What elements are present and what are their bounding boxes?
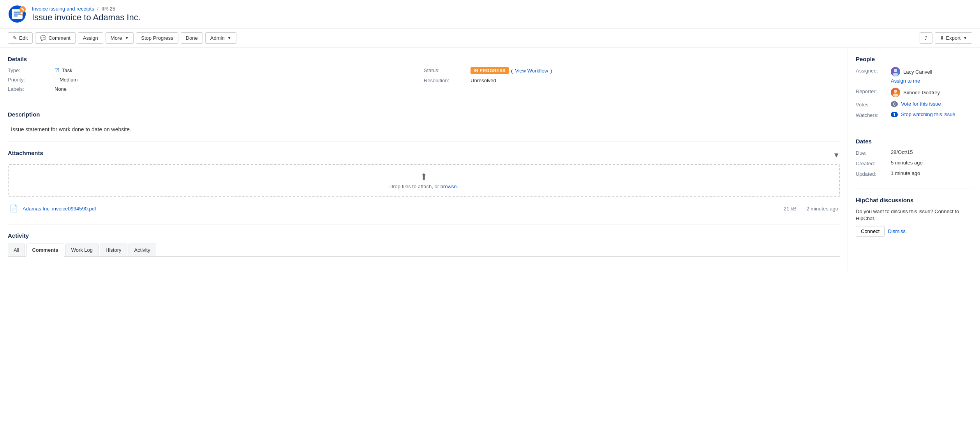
labels-label: Labels: (8, 86, 55, 92)
edit-button[interactable]: ✎ Edit (8, 32, 33, 44)
breadcrumb: Invoice issuing and receipts / IIR-25 (32, 6, 141, 12)
due-value: 28/Oct/15 (891, 149, 972, 156)
dismiss-link[interactable]: Dismiss (888, 228, 906, 234)
created-row: Created: 5 minutes ago (856, 160, 972, 166)
connect-button[interactable]: Connect (856, 226, 885, 237)
type-label: Type: (8, 67, 55, 73)
view-workflow-link[interactable]: View Workflow (515, 68, 548, 74)
share-icon: ⤴ (925, 35, 927, 41)
description-text: Issue statement for work done to date on… (8, 122, 840, 134)
export-button[interactable]: ⬇ Export ▼ (935, 32, 972, 44)
people-title: People (856, 56, 972, 62)
vote-count-badge: 0 (891, 101, 898, 107)
sidebar: People Assignee: Lacy Canvell Assign to … (848, 48, 980, 271)
assignee-row: Assignee: Lacy Canvell Assign to me (856, 67, 972, 84)
reporter-label: Reporter: (856, 88, 891, 97)
tab-work-log[interactable]: Work Log (65, 244, 99, 256)
attachments-title: Attachments (8, 150, 43, 156)
svg-text:✎: ✎ (21, 7, 24, 12)
assign-to-me-link[interactable]: Assign to me (891, 78, 972, 84)
resolution-row: Resolution: Unresolved (424, 77, 840, 83)
votes-value: 0 Vote for this issue (891, 101, 972, 108)
admin-dropdown-arrow: ▼ (227, 36, 231, 40)
attachments-toggle[interactable]: ▼ (833, 151, 840, 159)
attachment-time: 2 minutes ago (806, 206, 838, 212)
toolbar-right: ⤴ ⬇ Export ▼ (920, 32, 972, 44)
svg-point-9 (893, 73, 898, 76)
due-label: Due: (856, 149, 891, 156)
reporter-name: Simone Godfrey (903, 90, 940, 95)
assignee-label: Assignee: (856, 67, 891, 84)
more-button[interactable]: More ▼ (106, 32, 134, 44)
activity-title: Activity (8, 232, 840, 239)
dates-title: Dates (856, 138, 972, 145)
share-button[interactable]: ⤴ (920, 32, 932, 44)
updated-row: Updated: 1 minute ago (856, 170, 972, 177)
attachments-header: Attachments ▼ (8, 150, 840, 161)
hipchat-description: Do you want to discuss this issue? Conne… (856, 208, 972, 222)
hipchat-actions: Connect Dismiss (856, 226, 972, 237)
export-icon: ⬇ (940, 35, 944, 41)
reporter-info: Simone Godfrey (891, 88, 972, 97)
activity-tabs: All Comments Work Log History Activity (8, 244, 840, 257)
labels-value: None (55, 86, 424, 92)
browse-link[interactable]: browse. (441, 184, 458, 189)
tab-history[interactable]: History (100, 244, 127, 256)
tab-all[interactable]: All (8, 244, 25, 256)
updated-label: Updated: (856, 170, 891, 177)
attachment-size: 21 kB (778, 206, 802, 212)
assignee-avatar (891, 67, 900, 76)
hipchat-title: HipChat discussions (856, 197, 972, 203)
watchers-count-badge: 1 (891, 112, 898, 117)
priority-label: Priority: (8, 76, 55, 83)
updated-value: 1 minute ago (891, 170, 972, 177)
done-button[interactable]: Done (181, 32, 203, 44)
comment-button[interactable]: 💬 Comment (35, 32, 75, 44)
attachment-link[interactable]: Adamas Inc. invoice0934590.pdf (23, 206, 774, 212)
stop-watching-link[interactable]: Stop watching this issue (901, 111, 955, 117)
attachments-section: Attachments ▼ ⬆ Drop files to attach, or… (8, 150, 840, 224)
votes-row: Votes: 0 Vote for this issue (856, 101, 972, 108)
tab-comments[interactable]: Comments (26, 244, 64, 257)
status-badge: IN PROGRESS (471, 67, 509, 74)
export-dropdown-arrow: ▼ (963, 36, 967, 40)
app-logo: ✎ (8, 5, 26, 23)
assignee-name: Lacy Canvell (903, 69, 932, 75)
assign-button[interactable]: Assign (78, 32, 103, 44)
people-section: People Assignee: Lacy Canvell Assign to … (856, 56, 972, 130)
reporter-value: Simone Godfrey (891, 88, 972, 97)
reporter-row: Reporter: Simone Godfrey (856, 88, 972, 97)
comment-icon: 💬 (40, 35, 46, 41)
issue-id: IIR-25 (102, 6, 115, 12)
votes-label: Votes: (856, 101, 891, 108)
admin-button[interactable]: Admin ▼ (205, 32, 236, 44)
assignee-info: Lacy Canvell (891, 67, 972, 76)
breadcrumb-separator: / (97, 6, 99, 12)
status-row: Status: IN PROGRESS ( View Workflow ) (424, 67, 840, 74)
status-value: IN PROGRESS ( View Workflow ) (471, 67, 840, 74)
project-link[interactable]: Invoice issuing and receipts (32, 6, 94, 12)
description-title: Description (8, 111, 840, 118)
priority-value: ↑ Medium (55, 76, 424, 83)
drop-zone[interactable]: ⬆ Drop files to attach, or browse. (8, 164, 840, 197)
status-label: Status: (424, 67, 471, 74)
file-icon: 📄 (9, 204, 18, 213)
type-row: Type: ☑ Task (8, 67, 424, 73)
watchers-row: Watchers: 1 Stop watching this issue (856, 111, 972, 118)
vote-for-issue-link[interactable]: Vote for this issue (901, 101, 941, 107)
upload-icon: ⬆ (16, 172, 832, 182)
details-section: Details Type: ☑ Task Priority: (8, 56, 840, 103)
type-value: ☑ Task (55, 67, 424, 73)
resolution-value: Unresolved (471, 77, 840, 83)
edit-icon: ✎ (13, 35, 17, 41)
stop-progress-button[interactable]: Stop Progress (136, 32, 178, 44)
labels-row: Labels: None (8, 86, 424, 92)
tab-activity[interactable]: Activity (129, 244, 156, 256)
due-row: Due: 28/Oct/15 (856, 149, 972, 156)
svg-point-11 (894, 90, 897, 93)
hipchat-section: HipChat discussions Do you want to discu… (856, 197, 972, 244)
created-label: Created: (856, 160, 891, 166)
svg-point-8 (894, 69, 897, 72)
dates-section: Dates Due: 28/Oct/15 Created: 5 minutes … (856, 138, 972, 189)
svg-point-12 (893, 94, 898, 97)
